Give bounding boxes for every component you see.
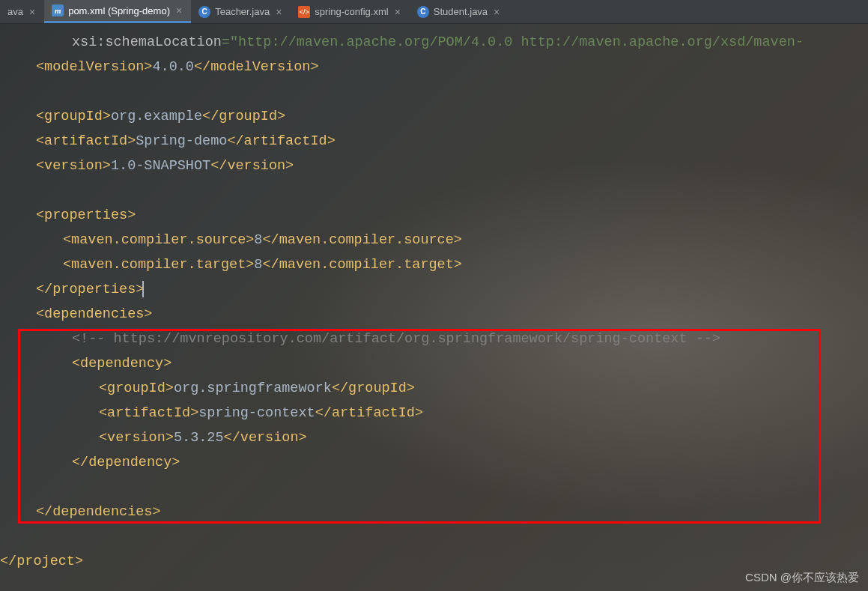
- close-icon[interactable]: ×: [393, 6, 402, 18]
- code-line: [0, 79, 868, 104]
- xml-icon: </>: [298, 6, 310, 18]
- tab-label: spring-config.xml: [315, 6, 388, 17]
- code-line: <artifactId>spring-context</artifactId>: [0, 401, 868, 425]
- close-icon[interactable]: ×: [492, 6, 501, 18]
- code-line: <dependencies>: [0, 302, 868, 327]
- code-line: <properties>: [0, 203, 868, 228]
- tab-label: Student.java: [434, 6, 488, 17]
- code-line: <!-- https://mvnrepository.com/artifact/…: [0, 327, 868, 351]
- code-line: <groupId>org.springframework</groupId>: [0, 376, 868, 401]
- code-line: </project>: [0, 549, 868, 574]
- close-icon[interactable]: ×: [274, 6, 283, 18]
- code-line: <dependency>: [0, 351, 868, 376]
- tab-label: pom.xml (Spring-demo): [68, 5, 170, 16]
- code-line: <version>1.0-SNAPSHOT</version>: [0, 154, 868, 178]
- text-cursor: [142, 281, 144, 297]
- code-line: </properties>: [0, 277, 868, 302]
- code-line: <modelVersion>4.0.0</modelVersion>: [0, 55, 868, 79]
- code-line: </dependency>: [0, 450, 868, 475]
- code-line: <version>5.3.25</version>: [0, 425, 868, 450]
- code-line: <groupId>org.example</groupId>: [0, 104, 868, 129]
- maven-icon: m: [52, 4, 64, 16]
- tab-pom-xml[interactable]: m pom.xml (Spring-demo) ×: [44, 0, 191, 23]
- code-line: xsi:schemaLocation="http://maven.apache.…: [0, 30, 868, 55]
- tab-spring-config[interactable]: </> spring-config.xml ×: [291, 0, 409, 23]
- class-icon: C: [198, 6, 210, 18]
- watermark: CSDN @你不应该热爱: [745, 571, 859, 585]
- code-line: </dependencies>: [0, 500, 868, 524]
- close-icon[interactable]: ×: [28, 6, 37, 18]
- tab-label: ava: [7, 6, 23, 17]
- code-line: [0, 475, 868, 500]
- code-line: <artifactId>Spring-demo</artifactId>: [0, 129, 868, 154]
- tab-teacher-java[interactable]: C Teacher.java ×: [191, 0, 291, 23]
- close-icon[interactable]: ×: [174, 4, 183, 16]
- code-line: [0, 178, 868, 203]
- code-line: [0, 524, 868, 549]
- tab-label: Teacher.java: [215, 6, 270, 17]
- tab-student-java[interactable]: C Student.java ×: [410, 0, 509, 23]
- code-line: <maven.compiler.source>8</maven.compiler…: [0, 228, 868, 252]
- tab-partial[interactable]: ava ×: [0, 0, 44, 23]
- class-icon: C: [417, 6, 429, 18]
- code-editor[interactable]: xsi:schemaLocation="http://maven.apache.…: [0, 24, 868, 574]
- editor-tabs: ava × m pom.xml (Spring-demo) × C Teache…: [0, 0, 868, 24]
- code-line: <maven.compiler.target>8</maven.compiler…: [0, 252, 868, 277]
